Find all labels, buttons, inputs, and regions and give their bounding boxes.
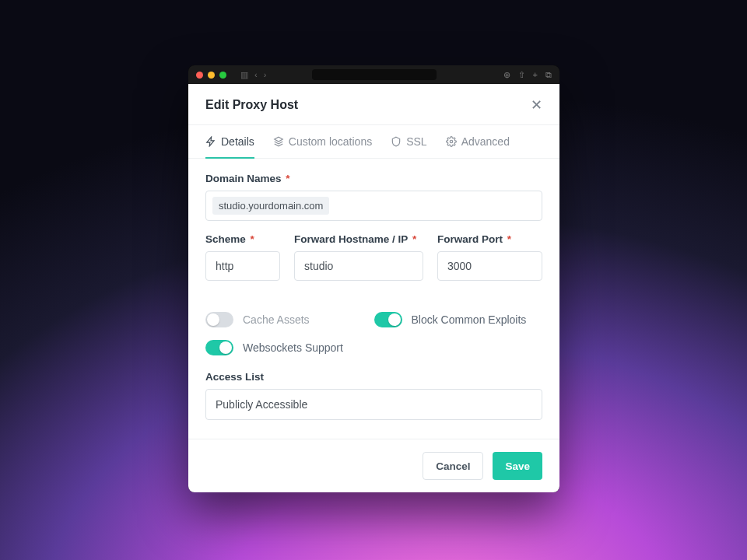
toggles: Cache Assets Block Common Exploits Webso…	[205, 312, 542, 355]
forward-port-input[interactable]	[437, 251, 542, 281]
access-list-value: Publicly Accessible	[216, 398, 307, 411]
required-mark: *	[504, 233, 511, 245]
switch-block-exploits[interactable]	[374, 312, 402, 327]
forward-icon[interactable]: ›	[264, 70, 267, 80]
label-forward-port: Forward Port *	[437, 233, 542, 245]
toggle-label: Block Common Exploits	[412, 313, 527, 326]
toggle-label: Cache Assets	[243, 313, 310, 326]
tab-label: Advanced	[461, 135, 510, 148]
toggle-websockets: Websockets Support	[205, 340, 374, 355]
share-icon[interactable]: ⇧	[518, 70, 525, 80]
field-domain-names: Domain Names * studio.yourdomain.com	[205, 173, 542, 221]
access-list-select[interactable]: Publicly Accessible	[205, 389, 542, 420]
shield-icon	[391, 136, 402, 147]
titlebar: ▥ ‹ › ⊕ ⇧ + ⧉	[188, 65, 559, 84]
forward-host-input[interactable]	[294, 251, 423, 281]
modal-header: Edit Proxy Host ✕	[188, 84, 559, 125]
close-window-icon[interactable]	[196, 72, 203, 79]
tab-custom-locations[interactable]: Custom locations	[273, 125, 372, 159]
toggle-cache-assets: Cache Assets	[205, 312, 374, 327]
back-icon[interactable]: ‹	[254, 70, 258, 80]
sidebar-icon[interactable]: ▥	[240, 70, 248, 80]
domain-chip[interactable]: studio.yourdomain.com	[212, 197, 329, 215]
field-forward-host: Forward Hostname / IP *	[294, 233, 423, 281]
window-controls	[196, 72, 226, 79]
required-mark: *	[409, 233, 416, 245]
tab-advanced[interactable]: Advanced	[446, 125, 510, 159]
switch-websockets[interactable]	[205, 340, 233, 355]
maximize-window-icon[interactable]	[219, 72, 226, 79]
new-tab-icon[interactable]: +	[533, 70, 538, 80]
label-scheme: Scheme *	[205, 233, 280, 245]
shield-icon[interactable]: ⊕	[503, 70, 510, 80]
required-mark: *	[247, 233, 254, 245]
tab-label: SSL	[406, 135, 426, 148]
close-icon[interactable]: ✕	[531, 98, 542, 112]
svg-point-0	[450, 140, 453, 143]
label-domain-names: Domain Names *	[205, 173, 542, 184]
required-mark: *	[283, 173, 290, 184]
label-forward-host: Forward Hostname / IP *	[294, 233, 423, 245]
field-access-list: Access List Publicly Accessible	[205, 371, 542, 420]
modal-title: Edit Proxy Host	[205, 98, 298, 112]
address-bar[interactable]	[312, 69, 437, 80]
browser-window: ▥ ‹ › ⊕ ⇧ + ⧉ Edit Proxy Host ✕ Details …	[188, 65, 559, 492]
tabs-icon[interactable]: ⧉	[545, 70, 552, 80]
save-button[interactable]: Save	[493, 452, 542, 480]
minimize-window-icon[interactable]	[208, 72, 215, 79]
modal-body: Domain Names * studio.yourdomain.com Sch…	[188, 159, 559, 439]
scheme-input[interactable]	[205, 251, 280, 281]
bolt-icon	[205, 136, 216, 147]
tab-label: Details	[221, 135, 254, 148]
tab-label: Custom locations	[289, 135, 372, 148]
layers-icon	[273, 136, 284, 147]
tab-bar: Details Custom locations SSL Advanced	[188, 125, 559, 159]
label-access-list: Access List	[205, 371, 542, 383]
tab-ssl[interactable]: SSL	[391, 125, 426, 159]
field-forward-port: Forward Port *	[437, 233, 542, 281]
toggle-label: Websockets Support	[243, 341, 343, 354]
cancel-button[interactable]: Cancel	[423, 452, 483, 480]
field-scheme: Scheme *	[205, 233, 280, 281]
domain-names-input[interactable]: studio.yourdomain.com	[205, 191, 542, 221]
switch-cache-assets[interactable]	[205, 312, 233, 327]
modal-footer: Cancel Save	[188, 439, 559, 492]
edit-proxy-host-modal: Edit Proxy Host ✕ Details Custom locatio…	[188, 84, 559, 492]
toggle-block-exploits: Block Common Exploits	[374, 312, 543, 327]
gear-icon	[446, 136, 457, 147]
tab-details[interactable]: Details	[205, 125, 254, 159]
